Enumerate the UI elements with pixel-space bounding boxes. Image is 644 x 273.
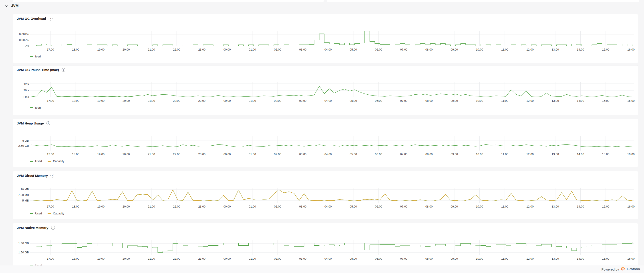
- time-series-plot[interactable]: [30, 240, 634, 255]
- x-axis-tick-label: 12:00: [526, 48, 534, 51]
- y-axis-tick-label: 7.50 MB: [14, 193, 29, 197]
- row-header-jvm[interactable]: JVM: [5, 4, 19, 8]
- legend-item-feed[interactable]: feed: [30, 106, 41, 109]
- x-axis-tick-label: 03:00: [299, 99, 307, 102]
- time-series-plot[interactable]: [30, 136, 634, 151]
- x-axis-tick-label: 05:00: [350, 48, 357, 51]
- x-axis-tick-label: 14:00: [577, 205, 584, 208]
- legend-series-label: Capacity: [53, 159, 64, 163]
- x-axis-tick-label: 16:00: [627, 48, 635, 51]
- x-axis-tick-label: 13:00: [552, 205, 559, 208]
- x-axis-tick-label: 21:00: [148, 99, 155, 102]
- x-axis-tick-label: 02:00: [274, 205, 281, 208]
- x-axis-tick-label: 09:00: [451, 153, 458, 156]
- x-axis-tick-label: 15:00: [602, 48, 610, 51]
- legend: feed: [30, 106, 41, 109]
- x-axis-tick-label: 17:00: [47, 257, 54, 260]
- x-axis-tick-label: 10:00: [476, 153, 483, 156]
- x-axis-tick-label: 04:00: [324, 257, 332, 260]
- info-icon[interactable]: i: [51, 226, 55, 229]
- panel-title[interactable]: JVM GC Pause Time (max): [17, 68, 59, 72]
- x-axis-tick-label: 03:00: [299, 48, 307, 51]
- legend-item-capacity[interactable]: Capacity: [48, 159, 64, 163]
- legend-series-swatch: [30, 213, 33, 214]
- x-axis-tick-label: 22:00: [173, 257, 180, 260]
- y-axis-tick-label: 10 MB: [14, 188, 29, 191]
- x-axis-tick-label: 01:00: [249, 153, 256, 156]
- x-axis-tick-label: 19:00: [98, 99, 105, 102]
- time-series-plot[interactable]: [30, 82, 634, 97]
- y-axis-tick-label: 0 ms: [14, 96, 29, 99]
- y-axis-tick-label: 0.004%: [14, 33, 29, 36]
- legend-item-used[interactable]: Used: [30, 159, 42, 163]
- y-axis-tick-label: 2.50 GB: [14, 144, 29, 147]
- x-axis-tick-label: 15:00: [602, 99, 610, 102]
- info-icon[interactable]: i: [62, 68, 66, 72]
- x-axis-tick-label: 22:00: [173, 153, 180, 156]
- panel-title[interactable]: JVM Native Memory: [17, 226, 48, 229]
- x-axis-tick-label: 04:00: [324, 205, 332, 208]
- y-axis-tick-label: 0%: [14, 44, 29, 48]
- x-axis-tick-label: 10:00: [476, 205, 483, 208]
- info-icon[interactable]: i: [50, 174, 54, 177]
- x-axis-tick-label: 14:00: [577, 257, 584, 260]
- x-axis-tick-label: 08:00: [426, 99, 433, 102]
- legend-item-used[interactable]: Used: [30, 212, 42, 215]
- x-axis-tick-label: 22:00: [173, 205, 180, 208]
- x-axis-tick-label: 02:00: [274, 257, 281, 260]
- cut-panel-above-right: [327, 0, 639, 2]
- x-axis-tick-label: 06:00: [375, 205, 382, 208]
- x-axis-tick-label: 16:00: [627, 153, 635, 156]
- legend-series-label: Used: [35, 212, 42, 215]
- x-axis-tick-label: 13:00: [552, 153, 559, 156]
- x-axis-tick-label: 09:00: [451, 99, 458, 102]
- x-axis-tick-label: 19:00: [98, 205, 105, 208]
- x-axis-tick-label: 01:00: [249, 48, 256, 51]
- x-axis-tick-label: 23:00: [198, 153, 206, 156]
- x-axis-tick-label: 19:00: [98, 257, 105, 260]
- legend-series-swatch: [48, 213, 51, 214]
- x-axis-tick-label: 08:00: [426, 153, 433, 156]
- legend-series-label: Used: [35, 159, 42, 163]
- x-axis-tick-label: 04:00: [324, 153, 332, 156]
- y-axis-tick-label: 0.002%: [14, 39, 29, 42]
- legend-series-swatch: [30, 107, 33, 108]
- x-axis-tick-label: 14:00: [577, 48, 584, 51]
- chevron-down-icon[interactable]: [5, 5, 8, 8]
- legend-series-swatch: [48, 161, 51, 162]
- x-axis-tick-label: 21:00: [148, 48, 155, 51]
- time-series-plot[interactable]: [30, 31, 634, 46]
- time-series-plot[interactable]: [30, 188, 634, 203]
- x-axis-tick-label: 23:00: [198, 99, 206, 102]
- panel-title[interactable]: JVM Heap Usage: [17, 121, 44, 125]
- info-icon[interactable]: i: [46, 121, 50, 125]
- panel-title[interactable]: JVM GC Overhead: [17, 17, 46, 21]
- y-axis-tick-label: 1.80 GB: [14, 242, 29, 245]
- x-axis-tick-label: 06:00: [375, 153, 382, 156]
- cut-panel-above-left: [13, 0, 324, 2]
- x-axis-tick-label: 18:00: [72, 205, 80, 208]
- x-axis-tick-label: 17:00: [47, 205, 54, 208]
- x-axis-tick-label: 05:00: [350, 99, 357, 102]
- x-axis-tick-label: 11:00: [501, 205, 508, 208]
- x-axis-tick-label: 14:00: [577, 99, 584, 102]
- x-axis-tick-label: 00:00: [224, 48, 231, 51]
- x-axis-tick-label: 09:00: [451, 205, 458, 208]
- x-axis-tick-label: 02:00: [274, 153, 281, 156]
- x-axis-tick-label: 07:00: [400, 153, 408, 156]
- panel-title[interactable]: JVM Direct Memory: [17, 174, 48, 177]
- y-axis-tick-label: 20 s: [14, 89, 29, 92]
- x-axis-tick-label: 10:00: [476, 99, 483, 102]
- grafana-brand-label[interactable]: Grafana: [627, 267, 640, 271]
- x-axis-tick-label: 18:00: [72, 257, 80, 260]
- x-axis-tick-label: 03:00: [299, 205, 307, 208]
- footer: Powered by Grafana: [0, 265, 644, 273]
- x-axis-tick-label: 01:00: [249, 257, 256, 260]
- legend: UsedCapacity: [30, 159, 64, 163]
- legend-item-feed[interactable]: feed: [30, 55, 41, 58]
- x-axis-tick-label: 23:00: [198, 257, 206, 260]
- legend-item-capacity[interactable]: Capacity: [48, 212, 64, 215]
- x-axis-tick-label: 05:00: [350, 257, 357, 260]
- info-icon[interactable]: i: [49, 17, 52, 21]
- x-axis-tick-label: 23:00: [198, 48, 206, 51]
